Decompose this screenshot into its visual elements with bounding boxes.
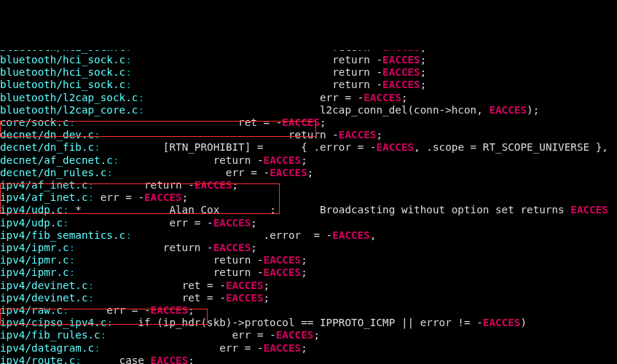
grep-result-line: ipv4/ipmr.c: return -EACCES; — [0, 242, 617, 254]
match-context-after: ; — [420, 54, 427, 66]
file-path: core/sock.c — [0, 116, 69, 128]
path-separator-colon: : — [125, 50, 132, 53]
match-context-before: return - — [132, 54, 382, 66]
file-path: ipv4/af_inet.c — [0, 179, 88, 191]
grep-result-line: bluetooth/l2cap_core.c: l2cap_conn_del(c… — [0, 104, 617, 116]
match-keyword: EACCES — [276, 329, 314, 341]
match-context-after: ; — [376, 129, 382, 141]
grep-result-line: core/sock.c: ret = -EACCES; — [0, 116, 617, 129]
path-separator-colon: : — [94, 342, 101, 354]
path-separator-colon: : — [75, 355, 82, 364]
grep-result-line: ipv4/datagram.c: err = -EACCES; — [0, 342, 617, 355]
match-context-before: return - — [75, 242, 213, 253]
match-context-after: ; — [307, 167, 314, 178]
match-keyword: EACCES — [483, 317, 521, 328]
match-context-before: return - — [75, 254, 263, 266]
match-context-after: ; — [182, 191, 189, 203]
match-context-after: ; — [264, 280, 270, 291]
match-context-before: err = - — [101, 342, 264, 354]
file-path: ipv4/devinet.c — [0, 280, 88, 291]
file-path: ipv4/datagram.c — [0, 342, 94, 354]
path-separator-colon: : — [63, 217, 69, 229]
match-context-before: ret = - — [94, 280, 226, 291]
match-context-before: case — [82, 355, 151, 364]
match-context-before: ret = - — [75, 116, 282, 128]
path-separator-colon: : — [88, 179, 95, 191]
grep-result-line: decnet/dn_dev.c: return -EACCES; — [0, 129, 617, 141]
grep-result-line: bluetooth/l2cap_sock.c: err = -EACCES; — [0, 92, 617, 104]
file-path: ipv4/devinet.c — [0, 292, 88, 304]
path-separator-colon: : — [69, 116, 76, 128]
file-path: bluetooth/hci_sock.c — [0, 66, 125, 78]
match-context-after: ; — [301, 266, 307, 278]
match-keyword: EACCES — [213, 217, 251, 229]
match-context-before: err = - — [106, 329, 275, 341]
match-keyword: EACCES — [194, 179, 232, 191]
match-context-after: ; — [232, 179, 239, 191]
grep-result-line: ipv4/devinet.c: ret = -EACCES; — [0, 280, 617, 292]
match-keyword: EACCES — [570, 204, 608, 215]
file-path: bluetooth/l2cap_core.c — [0, 104, 138, 116]
match-context-before: err = - — [113, 167, 270, 178]
match-context-after: : — [188, 355, 194, 364]
grep-result-line: ipv4/af_inet.c: return -EACCES; — [0, 179, 617, 191]
file-path: ipv4/udp.c — [0, 217, 63, 229]
match-context-after: ; — [313, 329, 320, 341]
grep-result-line: ipv4/raw.c: err = -EACCES; — [0, 304, 617, 317]
match-context-after: ); — [527, 104, 539, 116]
file-path: ipv4/raw.c — [0, 304, 63, 316]
terminal-grep-output: bluetooth/hci_sock.c: return -EACCES;blu… — [0, 50, 617, 364]
file-path: decnet/af_decnet.c — [0, 154, 113, 166]
grep-result-line: ipv4/udp.c: * Alan Cox : Broadcasting wi… — [0, 204, 617, 216]
match-context-after: ; — [401, 92, 408, 103]
match-keyword: EACCES — [151, 304, 189, 316]
file-path: bluetooth/l2cap_sock.c — [0, 92, 138, 103]
file-path: bluetooth/hci_sock.c — [0, 50, 125, 53]
match-context-before: ret = - — [94, 292, 226, 304]
file-path: bluetooth/hci_sock.c — [0, 79, 125, 90]
file-path: ipv4/ipmr.c — [0, 266, 69, 278]
file-path: decnet/dn_dev.c — [0, 129, 94, 141]
path-separator-colon: : — [125, 229, 132, 241]
match-context-after: ; — [420, 66, 427, 78]
match-context-before: return - — [75, 266, 263, 278]
match-keyword: EACCES — [264, 342, 302, 354]
match-keyword: EACCES — [270, 167, 307, 178]
match-context-before: err = - — [69, 304, 151, 316]
match-keyword: EACCES — [339, 129, 377, 141]
match-context-before: .error = - — [132, 229, 332, 241]
match-context-after: ; — [301, 254, 307, 266]
match-keyword: EACCES — [264, 254, 302, 266]
match-context-before: if (ip_hdr(skb)->protocol == IPPROTO_ICM… — [113, 317, 483, 328]
match-context-before: err = - — [144, 92, 363, 103]
path-separator-colon: : — [138, 92, 144, 103]
match-context-after: ; — [251, 217, 257, 229]
grep-result-line: ipv4/devinet.c: ret = -EACCES; — [0, 292, 617, 304]
file-path: ipv4/ipmr.c — [0, 254, 69, 266]
match-keyword: EACCES — [489, 104, 527, 116]
match-keyword: EACCES — [382, 66, 420, 78]
grep-result-line: ipv4/ipmr.c: return -EACCES; — [0, 254, 617, 266]
path-separator-colon: : — [125, 66, 132, 78]
path-separator-colon: : — [94, 141, 101, 153]
grep-result-line: bluetooth/hci_sock.c: return -EACCES; — [0, 54, 617, 66]
match-keyword: EACCES — [382, 50, 420, 53]
path-separator-colon: : — [113, 154, 119, 166]
match-keyword: EACCES — [264, 154, 302, 166]
grep-result-line: ipv4/ipmr.c: return -EACCES; — [0, 266, 617, 279]
file-path: ipv4/route.c — [0, 355, 75, 364]
grep-result-line: ipv4/udp.c: err = -EACCES; — [0, 217, 617, 229]
match-context-after: , .scope = RT_SCOPE_UNIVERSE }, — [414, 141, 608, 153]
match-keyword: EACCES — [213, 242, 251, 253]
match-context-after: ; — [251, 242, 257, 253]
match-context-before: l2cap_conn_del(conn->hcon, — [144, 104, 489, 116]
match-context-after: ; — [264, 292, 270, 304]
grep-result-line: ipv4/fib_rules.c: err = -EACCES; — [0, 329, 617, 341]
match-keyword: EACCES — [264, 266, 302, 278]
file-path: decnet/dn_rules.c — [0, 167, 106, 178]
grep-result-line: decnet/dn_fib.c: [RTN_PROHIBIT] = { .err… — [0, 141, 617, 154]
match-context-before: [RTN_PROHIBIT] = { .error = - — [101, 141, 377, 153]
path-separator-colon: : — [63, 204, 69, 215]
file-path: ipv4/af_inet.c — [0, 191, 88, 203]
path-separator-colon: : — [88, 280, 95, 291]
